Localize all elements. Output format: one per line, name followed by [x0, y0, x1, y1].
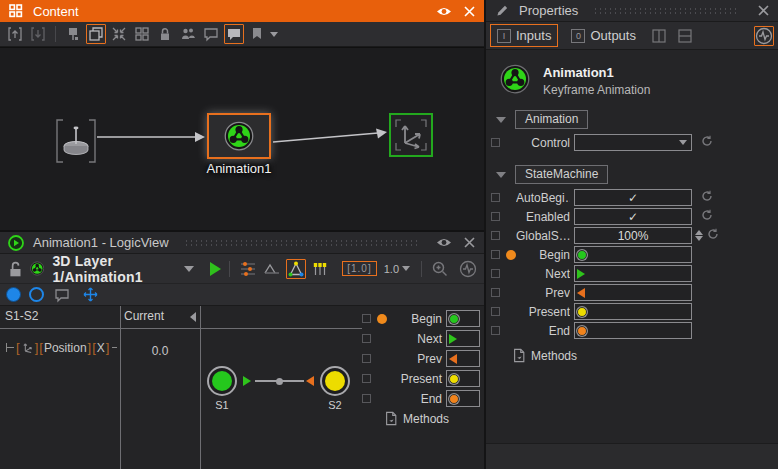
zoom-level-dropdown[interactable]: 1.0: [381, 262, 413, 276]
play-button[interactable]: [210, 262, 221, 276]
methods-link[interactable]: Methods: [512, 348, 778, 363]
present-field[interactable]: [574, 303, 692, 320]
prev-field[interactable]: [574, 284, 692, 301]
reset-icon[interactable]: [701, 209, 713, 224]
section-collapse-icon[interactable]: [496, 172, 506, 178]
users-icon[interactable]: [178, 24, 198, 44]
tab-inputs[interactable]: I Inputs: [490, 24, 558, 47]
comment-icon[interactable]: [201, 24, 221, 44]
target-node[interactable]: [389, 113, 433, 157]
prop-checkbox[interactable]: [491, 250, 500, 259]
green-arrow-right-icon: [449, 334, 457, 344]
reset-icon[interactable]: [707, 228, 719, 243]
axes-icon: [402, 126, 420, 149]
pin-field-next[interactable]: [446, 330, 480, 347]
next-field[interactable]: [574, 265, 692, 282]
prop-checkbox[interactable]: [491, 288, 500, 297]
frame-range-button[interactable]: [1.0]: [342, 261, 376, 276]
visibility-eye-icon[interactable]: [435, 235, 453, 251]
pin-field-prev[interactable]: [446, 350, 480, 367]
state-filled-icon[interactable]: [6, 287, 21, 302]
import-up-icon[interactable]: [5, 24, 25, 44]
lock-icon[interactable]: [155, 24, 175, 44]
value-spinner[interactable]: [695, 230, 703, 241]
content-drag-area[interactable]: [94, 7, 420, 15]
pin-checkbox[interactable]: [362, 394, 371, 403]
channels-icon[interactable]: [238, 259, 258, 279]
close-icon[interactable]: [460, 3, 478, 19]
move-gizmo-icon[interactable]: [80, 285, 100, 305]
column-divider[interactable]: [200, 306, 201, 469]
control-dropdown[interactable]: [574, 134, 692, 151]
properties-bottom-strip: [486, 443, 778, 469]
bracket-close: ]: [106, 340, 110, 355]
properties-title: Properties: [519, 3, 578, 18]
pin-checkbox[interactable]: [362, 374, 371, 383]
pin-field-present[interactable]: [446, 370, 480, 387]
green-led-icon: [577, 250, 587, 260]
pin-field-end[interactable]: [446, 390, 480, 407]
pin-checkbox[interactable]: [362, 354, 371, 363]
prop-checkbox[interactable]: [491, 307, 500, 316]
selector-caret-icon[interactable]: [184, 266, 194, 272]
split-vertical-icon[interactable]: [649, 26, 669, 46]
transition-backward-icon[interactable]: [306, 376, 314, 386]
transition-midpoint[interactable]: [276, 378, 283, 385]
live-monitor-icon[interactable]: [754, 26, 774, 46]
autobegin-field[interactable]: ✓: [574, 189, 692, 206]
collapse-icon[interactable]: [109, 24, 129, 44]
column-divider[interactable]: [120, 306, 121, 469]
grid-icon[interactable]: [132, 24, 152, 44]
globalspeed-field[interactable]: 100%: [574, 227, 692, 244]
split-horizontal-icon[interactable]: [675, 26, 695, 46]
prop-checkbox[interactable]: [491, 193, 500, 202]
begin-field[interactable]: [574, 246, 692, 263]
close-icon[interactable]: [754, 3, 772, 19]
methods-link[interactable]: Methods: [384, 411, 480, 426]
prop-checkbox[interactable]: [491, 138, 500, 147]
reset-icon[interactable]: [701, 190, 713, 205]
flag-icon[interactable]: [247, 24, 267, 44]
flag-caret-icon[interactable]: [270, 32, 278, 37]
prop-checkbox[interactable]: [491, 231, 500, 240]
enabled-field[interactable]: ✓: [574, 208, 692, 225]
prop-checkbox[interactable]: [491, 269, 500, 278]
signal-monitor-icon[interactable]: [458, 259, 478, 279]
comment-icon[interactable]: [52, 285, 72, 305]
properties-drag-area[interactable]: [593, 7, 739, 15]
zoom-in-icon[interactable]: [430, 259, 450, 279]
reset-icon[interactable]: [701, 135, 713, 150]
pin-field-begin[interactable]: [446, 310, 480, 327]
curve-mode-icon[interactable]: [262, 259, 282, 279]
comment-filled-icon[interactable]: [224, 24, 244, 44]
prop-checkbox[interactable]: [491, 326, 500, 335]
import-down-icon[interactable]: [28, 24, 48, 44]
logicview-drag-area[interactable]: [184, 239, 420, 247]
source-node[interactable]: [55, 118, 97, 167]
track-row[interactable]: [ ] [ Position ] [ X ]: [6, 340, 117, 355]
pin-icon[interactable]: [63, 24, 83, 44]
state-s2-node[interactable]: [320, 366, 350, 396]
prop-checkbox[interactable]: [491, 212, 500, 221]
pin-checkbox[interactable]: [362, 334, 371, 343]
statemachine-mode-icon[interactable]: [286, 259, 306, 279]
animation-node[interactable]: [207, 113, 271, 159]
section-collapse-icon[interactable]: [496, 117, 506, 123]
transition-forward-icon[interactable]: [243, 376, 251, 386]
visibility-eye-icon[interactable]: [435, 3, 453, 19]
collapse-column-icon[interactable]: [190, 312, 196, 322]
layers-icon[interactable]: [86, 24, 106, 44]
tab-outputs[interactable]: 0 Outputs: [564, 24, 643, 47]
section-statemachine-title[interactable]: StateMachine: [515, 165, 608, 184]
state-outline-icon[interactable]: [29, 287, 44, 302]
state-s1-node[interactable]: [207, 366, 237, 396]
pin-checkbox[interactable]: [362, 314, 371, 323]
close-icon[interactable]: [460, 235, 478, 251]
node-canvas[interactable]: Animation1: [0, 47, 484, 230]
section-animation-title[interactable]: Animation: [515, 110, 588, 129]
unlock-icon[interactable]: [6, 259, 26, 279]
animation-selector[interactable]: 3D Layer 1/Animation1: [30, 253, 170, 285]
prop-row-globalspeed: GlobalS… 100%: [486, 226, 778, 245]
keyframes-icon[interactable]: [310, 259, 330, 279]
end-field[interactable]: [574, 322, 692, 339]
